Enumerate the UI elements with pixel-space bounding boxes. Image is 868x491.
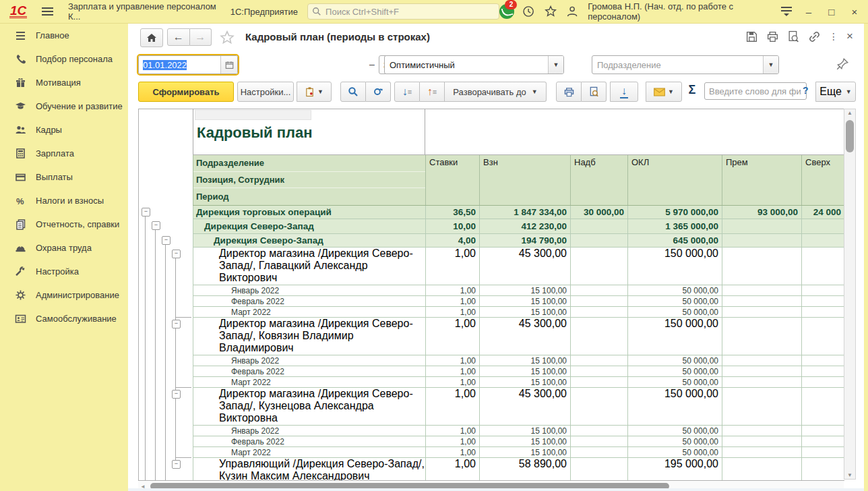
maximize-button[interactable]: □ [825, 6, 838, 18]
table-row[interactable]: Дирекция Северо-Запад10,00412 230,001 36… [193, 219, 844, 234]
collapse-group-button[interactable]: − [152, 221, 160, 230]
sidebar-item-12[interactable]: Администрирование [0, 283, 128, 307]
copy-settings-button[interactable]: ▼ [297, 82, 332, 102]
collapse-group-button[interactable]: − [162, 236, 170, 245]
cell-value: 1 365 000,00 [627, 219, 722, 234]
table-row[interactable]: Февраль 20221,0015 100,0050 000,00 [193, 366, 844, 377]
sidebar-item-8[interactable]: %Налоги и взносы [0, 189, 128, 212]
collapse-group-button[interactable]: − [142, 208, 150, 216]
print-button[interactable] [556, 82, 582, 102]
print-icon[interactable] [766, 30, 779, 43]
more-button[interactable]: Еще▼ [815, 82, 856, 102]
chevron-down-icon[interactable]: ▼ [548, 56, 563, 74]
period-from-field[interactable]: 01.01.2022 [138, 55, 238, 74]
column-header-5: Прем [722, 155, 801, 205]
sidebar-item-4[interactable]: Обучение и развитие [0, 94, 128, 118]
collapse-group-button[interactable]: − [172, 250, 181, 258]
sidebar-item-13[interactable]: Самообслуживание [0, 307, 128, 330]
table-row[interactable]: Дирекция торговых операций36,501 847 334… [193, 206, 844, 219]
sidebar-item-9[interactable]: Отчетность, справки [0, 212, 128, 236]
scenario-combo[interactable]: Оптимистичный ▼ [384, 55, 564, 74]
cell-value: 15 100,00 [479, 296, 570, 307]
sidebar-item-6[interactable]: Зарплата [0, 142, 128, 165]
sidebar-item-3[interactable]: Мотивация [0, 71, 128, 94]
help-icon[interactable]: ? [803, 85, 809, 96]
close-form-icon[interactable]: × [846, 30, 853, 43]
scroll-up-icon[interactable]: ▲ [844, 110, 855, 116]
sidebar-item-7[interactable]: Выплаты [0, 165, 128, 189]
favorites-star-icon[interactable] [545, 5, 557, 18]
collapse-groups-button[interactable]: ↑≡ [420, 82, 445, 102]
sidebar-item-5[interactable]: Кадры [0, 118, 128, 142]
row-label: Дирекция торговых операций [193, 206, 425, 219]
table-row[interactable]: Январь 20221,0015 100,0050 000,00 [193, 285, 844, 296]
cell-value: 150 000,00 [627, 388, 722, 426]
scroll-down-icon[interactable]: ▼ [844, 472, 855, 478]
table-row[interactable]: Март 20221,0015 100,0050 000,00 [193, 307, 844, 318]
home-button[interactable] [140, 28, 163, 47]
calendar-icon[interactable] [220, 56, 237, 74]
expand-groups-button[interactable]: ↓≡ [394, 82, 420, 102]
get-link-icon[interactable] [808, 30, 821, 43]
table-row[interactable]: Февраль 20221,0015 100,0050 000,00 [193, 436, 844, 447]
department-combo[interactable]: Подразделение ▼ [592, 55, 779, 74]
table-row[interactable]: Управляющий /Дирекция Северо-Запад/, Куз… [193, 458, 844, 481]
grouping-tree: −−−−−−− [139, 109, 193, 480]
cell-value [801, 447, 844, 458]
minimize-button[interactable]: – [802, 6, 815, 18]
menu-icon [15, 30, 26, 41]
history-icon[interactable] [522, 5, 534, 18]
table-row[interactable]: Директор магазина /Дирекция Северо-Запад… [193, 388, 844, 426]
back-button[interactable]: ← [167, 28, 190, 46]
table-row[interactable]: Директор магазина /Дирекция Северо-Запад… [193, 248, 844, 285]
collapse-group-button[interactable]: − [172, 390, 181, 399]
sidebar-item-10[interactable]: Охрана труда [0, 236, 128, 260]
row-label: Дирекция Северо-Запад [193, 219, 425, 234]
chevron-down-icon[interactable]: ▼ [763, 56, 778, 74]
add-favorite-star-icon[interactable] [220, 30, 235, 45]
notification-center-icon[interactable]: 2 [499, 4, 513, 19]
save-icon[interactable] [745, 30, 758, 43]
find-next-button[interactable] [366, 82, 391, 102]
service-menu-icon[interactable] [780, 7, 793, 16]
table-row[interactable]: Март 20221,0015 100,0050 000,00 [193, 377, 844, 388]
current-user[interactable]: Громова Н.П. (Нач. отд. по работе с перс… [588, 1, 770, 22]
forward-button[interactable]: → [190, 28, 212, 46]
cell-value: 412 230,00 [479, 219, 570, 234]
more-commands-icon[interactable]: ⋮ [829, 33, 838, 40]
quick-filter-input[interactable] [704, 82, 807, 100]
table-row[interactable]: Январь 20221,0015 100,0050 000,00 [193, 426, 844, 436]
expand-to-button[interactable]: Разворачивать до▼ [445, 82, 547, 102]
global-search-input[interactable]: Поиск Ctrl+Shift+F [307, 3, 499, 20]
settings-button[interactable]: Настройки... [237, 82, 294, 102]
send-email-button[interactable]: ▼ [646, 82, 682, 102]
sidebar-item-2[interactable]: Подбор персонала [0, 47, 128, 71]
cell-value [570, 388, 627, 426]
sidebar-item-11[interactable]: Настройка [0, 260, 128, 283]
preview-icon[interactable] [787, 30, 800, 43]
form-header: ← → Кадровый план (периоды в строках) ⋮ … [128, 24, 864, 51]
save-report-button[interactable]: ↓ [610, 82, 638, 102]
user-icon[interactable] [566, 5, 578, 18]
collapse-group-button[interactable]: − [172, 320, 181, 328]
cell-value: 50 000,00 [627, 366, 722, 377]
pin-icon[interactable] [836, 57, 849, 71]
table-row[interactable]: Февраль 20221,0015 100,0050 000,00 [193, 296, 844, 307]
autosum-button[interactable]: Σ [683, 83, 701, 97]
table-row[interactable]: Директор магазина /Дирекция Северо-Запад… [193, 318, 844, 355]
find-button[interactable] [340, 82, 366, 102]
vertical-scroll-thumb[interactable] [846, 120, 854, 152]
cell-value [722, 426, 801, 436]
cell-value: 15 100,00 [479, 355, 570, 366]
table-row[interactable]: Март 20221,0015 100,0050 000,00 [193, 447, 844, 458]
collapse-group-button[interactable]: − [172, 460, 181, 469]
table-row[interactable]: Дирекция Северо-Запад4,00194 790,00645 0… [193, 234, 844, 248]
sidebar-item-1[interactable]: Главное [0, 24, 128, 47]
vertical-scrollbar[interactable]: ▲ ▼ [844, 109, 856, 480]
table-row[interactable]: Январь 20221,0015 100,0050 000,00 [193, 355, 844, 366]
close-window-button[interactable]: × [848, 6, 861, 18]
preview-button[interactable] [582, 82, 607, 102]
notification-badge: 2 [505, 0, 517, 9]
main-menu-icon[interactable] [42, 7, 53, 16]
generate-button[interactable]: Сформировать [138, 82, 234, 102]
